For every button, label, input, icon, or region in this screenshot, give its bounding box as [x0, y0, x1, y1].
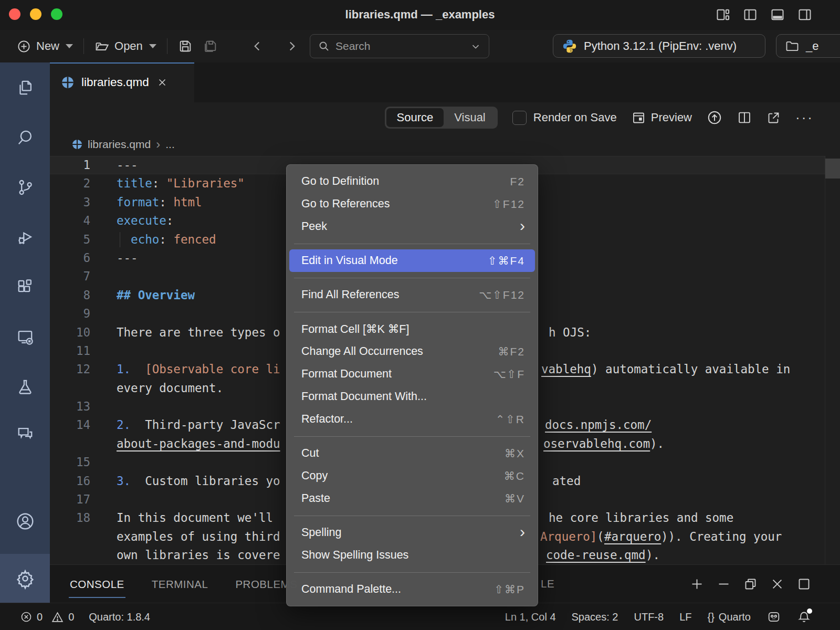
breadcrumb-file[interactable]: libraries.qmd [88, 138, 151, 151]
tab-label: libraries.qmd [81, 76, 149, 89]
line-number: 2 [50, 174, 90, 193]
menu-item-edit-in-visual-mode[interactable]: Edit in Visual Mode⇧⌘F4 [289, 249, 535, 272]
code-link[interactable]: code-reuse.qmd [546, 546, 646, 564]
search-input[interactable]: Search [310, 34, 489, 58]
menu-item-go-to-references[interactable]: Go to References⇧F12 [289, 193, 535, 215]
menu-item-spelling[interactable]: Spelling› [289, 521, 535, 544]
code-token: )). Creating your [661, 528, 782, 546]
search-view-icon[interactable] [0, 119, 50, 156]
render-on-save-checkbox[interactable] [512, 111, 527, 125]
more-actions-button[interactable]: ··· [795, 110, 814, 126]
scrollbar-thumb[interactable] [825, 159, 840, 178]
menu-item-cut[interactable]: Cut⌘X [289, 442, 535, 465]
tab-close-icon[interactable] [156, 77, 168, 88]
line-number: 15 [50, 453, 90, 471]
code-link[interactable]: docs.npmjs.com/ [545, 416, 652, 434]
panel-restore-icon[interactable] [743, 577, 758, 591]
warning-count: 0 [68, 611, 74, 623]
comments-icon[interactable] [0, 415, 50, 453]
menu-item-shortcut: ⌘V [505, 492, 525, 505]
interpreter-label: Python 3.12.1 (PipEnv: .venv) [584, 39, 737, 53]
render-icon[interactable] [707, 110, 722, 125]
menu-item-format-document-with[interactable]: Format Document With... [289, 385, 535, 408]
code-link[interactable]: about-packages-and-modu [117, 437, 280, 450]
search-placeholder: Search [335, 40, 465, 52]
menu-item-show-spelling-issues[interactable]: Show Spelling Issues [289, 544, 535, 566]
indentation-status[interactable]: Spaces: 2 [572, 611, 618, 623]
code-token [131, 362, 145, 376]
menu-item-peek[interactable]: Peek› [289, 215, 535, 238]
code-token: ). [646, 546, 660, 564]
toggle-secondary-sidebar-icon[interactable] [797, 7, 813, 23]
workspace-button[interactable]: _e [776, 34, 840, 58]
menu-item-label: Go to References [301, 197, 492, 211]
code-link[interactable]: #arquero [604, 528, 661, 546]
open-external-icon[interactable] [766, 111, 781, 125]
save-all-button[interactable] [198, 34, 223, 58]
panel-minimize-icon[interactable] [717, 577, 731, 591]
explorer-icon[interactable] [0, 69, 50, 107]
navigate-forward-button[interactable] [280, 34, 304, 58]
menu-item-copy[interactable]: Copy⌘C [289, 465, 535, 487]
problems-status[interactable]: 0 0 [20, 611, 74, 624]
search-dropdown-chevron-icon[interactable] [470, 40, 481, 52]
warning-icon [51, 611, 64, 624]
code-token: ( [597, 528, 604, 546]
interpreter-selector-button[interactable]: Python 3.12.1 (PipEnv: .venv) [553, 34, 765, 58]
testing-icon[interactable] [0, 368, 50, 406]
menu-item-format-cell-k-f[interactable]: Format Cell [⌘K ⌘F] [289, 318, 535, 340]
encoding-status[interactable]: UTF-8 [634, 611, 664, 623]
main-toolbar: New Open [0, 30, 840, 63]
menu-separator [294, 244, 530, 244]
open-label: Open [114, 39, 143, 53]
menu-item-command-palette[interactable]: Command Palette...⇧⌘P [289, 578, 535, 601]
menu-item-shortcut: ⌘C [504, 470, 525, 482]
panel-tab-terminal[interactable]: TERMINAL [151, 566, 209, 602]
back-icon [250, 39, 264, 53]
eol-status[interactable]: LF [679, 611, 691, 623]
code-token: ). [650, 435, 664, 453]
account-icon[interactable] [0, 502, 50, 540]
toggle-primary-sidebar-icon[interactable] [742, 7, 758, 23]
panel-close-icon[interactable] [770, 577, 784, 591]
cursor-position-status[interactable]: Ln 1, Col 4 [505, 611, 556, 623]
feedback-icon[interactable] [766, 610, 781, 624]
breadcrumb-symbol[interactable]: ... [165, 138, 175, 151]
bell-icon[interactable] [797, 610, 811, 624]
run-debug-icon[interactable] [0, 218, 50, 256]
line-number: 16 [50, 472, 90, 490]
new-button[interactable]: New [12, 34, 78, 58]
navigate-back-button[interactable] [245, 34, 269, 58]
menu-item-paste[interactable]: Paste⌘V [289, 487, 535, 510]
preview-label: Preview [651, 111, 692, 124]
code-link[interactable]: oservablehq.com [543, 435, 650, 453]
panel-layout-icon[interactable] [797, 577, 811, 591]
quarto-version-status[interactable]: Quarto: 1.8.4 [89, 611, 150, 623]
panel-plus-icon[interactable] [690, 577, 704, 591]
remote-window-icon[interactable] [0, 318, 50, 356]
menu-item-format-document[interactable]: Format Document⌥⇧F [289, 363, 535, 385]
menu-item-change-all-occurrences[interactable]: Change All Occurrences⌘F2 [289, 340, 535, 363]
preview-button[interactable]: Preview [632, 111, 692, 125]
code-link[interactable]: vablehq [541, 360, 591, 379]
toggle-panel-icon[interactable] [770, 7, 785, 23]
code-token: Arquero] [540, 528, 597, 546]
settings-gear-icon[interactable] [0, 554, 50, 603]
source-mode-button[interactable]: Source [386, 108, 444, 127]
menu-item-find-all-references[interactable]: Find All References⌥⇧F12 [289, 284, 535, 306]
code-token: every document. [117, 381, 223, 395]
split-editor-icon[interactable] [737, 110, 752, 125]
customize-layout-icon[interactable] [715, 7, 731, 23]
panel-tab-partial[interactable]: LE [541, 578, 554, 590]
tab-libraries-qmd[interactable]: libraries.qmd [50, 62, 194, 102]
panel-tab-console[interactable]: CONSOLE [69, 566, 125, 602]
source-control-icon[interactable] [0, 169, 50, 206]
open-button[interactable]: Open [89, 34, 162, 58]
save-button[interactable] [173, 34, 198, 58]
menu-item-refactor[interactable]: Refactor...⌃⇧R [289, 408, 535, 430]
menu-item-go-to-definition[interactable]: Go to DefinitionF2 [289, 170, 535, 193]
visual-mode-button[interactable]: Visual [444, 108, 496, 127]
language-mode-status[interactable]: {} Quarto [707, 611, 751, 623]
code-token: : [152, 176, 166, 190]
extensions-icon[interactable] [0, 268, 50, 306]
